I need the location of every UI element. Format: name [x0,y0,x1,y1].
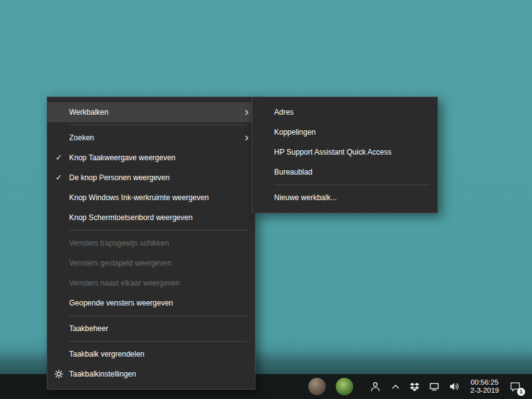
taskbar-context-menu: Werkbalken › Zoeken › ✓ Knop Taakweergav… [47,97,255,390]
volume-tray-button[interactable] [444,374,465,399]
notification-badge: 1 [517,388,525,396]
network-tray-button[interactable] [424,374,444,399]
menu-item-label: Nieuwe werkbalk... [274,193,337,202]
volume-icon [449,382,460,392]
submenu-arrow-icon: › [245,130,249,144]
menu-item-vensters-naast-elkaar: Vensters naast elkaar weergeven [47,273,255,293]
menu-item-knop-personen[interactable]: ✓ De knop Personen weergeven [47,168,255,188]
menu-item-taakbeheer[interactable]: Taakbeheer [47,319,255,339]
submenu-arrow-icon: › [245,105,249,118]
clock-date: 2-3-2019 [470,387,499,395]
menu-item-label: Geopende vensters weergeven [69,299,173,307]
action-center-button[interactable]: 1 [505,374,526,399]
menu-item-vensters-gestapeld: Vensters gestapeld weergeven [47,253,255,273]
people-icon [369,381,381,392]
menu-item-label: Adres [274,108,293,117]
menu-item-label: Koppelingen [274,128,316,137]
menu-item-schermtoetsenbord[interactable]: Knop Schermtoetsenbord weergeven [47,208,255,228]
submenu-item-bureaublad[interactable]: Bureaublad [252,162,437,182]
menu-item-label: Zoeken [69,133,94,142]
menu-item-label: Taakbalk vergrendelen [69,350,145,358]
menu-item-label: HP Support Assistant Quick Access [274,148,392,156]
menu-item-label: Taakbalkinstellingen [69,370,136,378]
menu-item-label: Knop Taakweergave weergeven [69,153,176,162]
checkmark-icon: ✓ [55,173,62,182]
menu-separator [274,185,430,185]
menu-item-taakbalk-vergrendelen[interactable]: Taakbalk vergrendelen [47,344,255,364]
menu-item-zoeken[interactable]: Zoeken › [47,128,255,148]
network-icon [429,382,439,392]
system-tray: 00:56:25 2-3-2019 1 [303,374,526,399]
menu-item-label: Werkbalken [69,108,108,117]
menu-item-label: Vensters trapsgewijs schikken [69,239,169,248]
people-button[interactable] [364,374,386,399]
chevron-up-icon [391,383,400,390]
menu-item-label: Vensters gestapeld weergeven [69,259,171,267]
dropbox-icon [410,382,419,392]
menu-separator [69,230,247,231]
menu-item-geopende-vensters[interactable]: Geopende vensters weergeven [47,293,255,313]
contact-avatar-1 [308,378,326,395]
submenu-item-hp-support-assistant[interactable]: HP Support Assistant Quick Access [252,142,437,162]
checkmark-icon: ✓ [55,153,62,162]
menu-separator [69,125,247,125]
menu-separator [69,341,247,342]
menu-item-label: Vensters naast elkaar weergeven [69,279,179,287]
taskbar-contact-1[interactable] [303,374,331,399]
menu-item-label: Knop Windows Ink-werkruimte weergeven [69,193,209,202]
menu-item-werkbalken[interactable]: Werkbalken › [47,102,255,122]
menu-separator [69,315,247,316]
menu-item-windows-ink[interactable]: Knop Windows Ink-werkruimte weergeven [47,188,255,208]
taskbar-clock[interactable]: 00:56:25 2-3-2019 [465,374,505,399]
menu-item-taakbalkinstellingen[interactable]: Taakbalkinstellingen [47,364,255,384]
gear-icon [54,370,64,379]
dropbox-tray-button[interactable] [405,374,424,399]
menu-item-knop-taakweergave[interactable]: ✓ Knop Taakweergave weergeven [47,148,255,168]
clock-time: 00:56:25 [471,378,499,387]
werkbalken-submenu: Adres Koppelingen HP Support Assistant Q… [252,97,438,213]
taskbar-contact-2[interactable] [331,374,358,399]
contact-avatar-2 [336,378,353,395]
menu-item-label: Knop Schermtoetsenbord weergeven [69,213,192,222]
submenu-item-adres[interactable]: Adres [252,102,437,122]
show-hidden-icons-button[interactable] [386,374,405,399]
menu-item-label: Taakbeheer [69,324,108,333]
menu-item-vensters-trapsgewijs: Vensters trapsgewijs schikken [47,233,255,253]
submenu-item-nieuwe-werkbalk[interactable]: Nieuwe werkbalk... [252,188,437,208]
menu-item-label: Bureaublad [274,168,312,176]
menu-item-label: De knop Personen weergeven [69,173,169,182]
submenu-item-koppelingen[interactable]: Koppelingen [252,122,437,142]
